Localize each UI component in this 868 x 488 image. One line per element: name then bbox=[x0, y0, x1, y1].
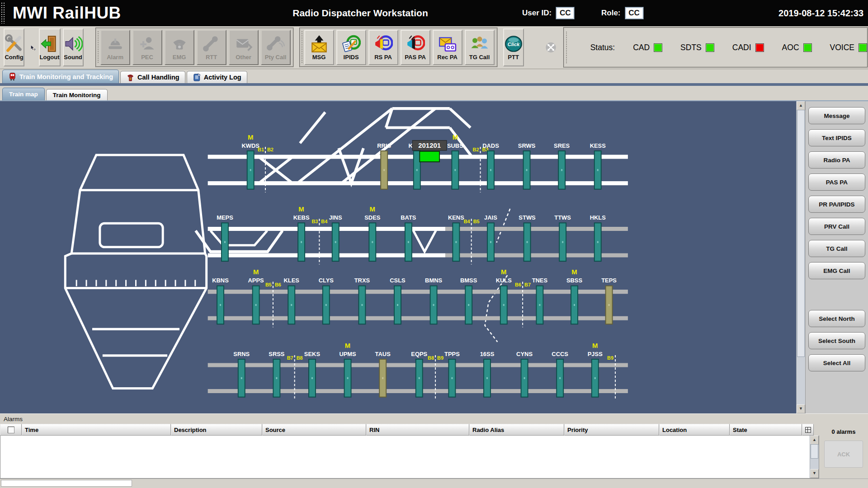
tab-label: Call Handling bbox=[137, 74, 179, 81]
station-name: STWS bbox=[519, 214, 536, 221]
station-dot bbox=[419, 377, 420, 379]
station-dot bbox=[524, 377, 525, 379]
pas-pa-button[interactable]: PAS PA bbox=[808, 174, 865, 191]
ptt-icon: Click bbox=[504, 34, 523, 53]
station-dot bbox=[326, 304, 327, 306]
emg-call-button[interactable]: EMG Call bbox=[808, 262, 865, 279]
msg-label: MSG bbox=[312, 54, 326, 61]
tab-call-handling[interactable]: Call Handling bbox=[120, 71, 185, 83]
patch-crossconnect-icon[interactable] bbox=[546, 34, 556, 61]
scroll-down-icon[interactable]: ▼ bbox=[810, 469, 819, 478]
pas-pa-label: PAS PA bbox=[405, 54, 425, 61]
column-header-state[interactable]: State bbox=[730, 424, 802, 436]
select-south-button[interactable]: Select South bbox=[808, 332, 865, 349]
radio-pa-button[interactable]: Radio PA bbox=[808, 151, 865, 169]
grid-icon bbox=[805, 427, 811, 433]
map-scrollbar[interactable]: ▲ ▼ bbox=[796, 101, 805, 413]
station-name: TTWS bbox=[554, 214, 571, 221]
alarms-scrollbar-thumb[interactable] bbox=[811, 444, 818, 459]
svg-text:B4: B4 bbox=[464, 219, 471, 224]
station-name: SRES bbox=[554, 142, 570, 149]
train-marker[interactable] bbox=[420, 151, 439, 162]
column-header-priority[interactable]: Priority bbox=[564, 424, 659, 436]
message-button[interactable]: Message bbox=[808, 107, 865, 124]
text-ipids-button[interactable]: Text IPIDS bbox=[808, 129, 865, 146]
status-name: CAD bbox=[633, 43, 650, 52]
map-scrollbar-thumb[interactable] bbox=[797, 110, 805, 357]
column-header-source[interactable]: Source bbox=[262, 424, 366, 436]
pas-pa-button[interactable]: PAS PA bbox=[401, 30, 430, 65]
station-dot bbox=[250, 169, 251, 171]
station-dot bbox=[291, 304, 292, 306]
scroll-down-icon[interactable]: ▼ bbox=[797, 404, 805, 413]
rec-pa-button[interactable]: Rec PA bbox=[433, 30, 462, 65]
station-dot bbox=[451, 377, 453, 379]
interchange-marker: M bbox=[345, 342, 350, 349]
station-dot bbox=[526, 169, 528, 171]
station-name: JINS bbox=[329, 214, 342, 221]
ipids-button[interactable]: IPIDS bbox=[336, 30, 366, 65]
tg-call-icon bbox=[470, 34, 489, 53]
station-name: SDES bbox=[364, 214, 381, 221]
column-header-location[interactable]: Location bbox=[659, 424, 730, 436]
station-dot bbox=[433, 304, 434, 306]
emg-button: EMG bbox=[165, 30, 194, 65]
tab-train-monitoring-tracking[interactable]: Train Monitoring and Tracking bbox=[2, 70, 119, 83]
scroll-up-icon[interactable]: ▲ bbox=[797, 101, 805, 110]
prv-call-button[interactable]: PRV Call bbox=[808, 218, 865, 235]
pec-icon bbox=[138, 34, 157, 53]
station-dot bbox=[220, 304, 221, 306]
checkbox-icon[interactable] bbox=[8, 427, 14, 433]
column-header-time[interactable]: Time bbox=[22, 424, 171, 436]
tg-call-button[interactable]: TG Call bbox=[808, 240, 865, 257]
status-indicator-voice: VOICE bbox=[830, 43, 867, 52]
column-header-rin[interactable]: RIN bbox=[366, 424, 469, 436]
pr-pa-ipids-button[interactable]: PR PA/IPIDS bbox=[808, 196, 865, 213]
station-dot bbox=[597, 169, 599, 171]
column-header-radio-alias[interactable]: Radio Alias bbox=[469, 424, 564, 436]
sound-button[interactable]: Sound bbox=[63, 28, 84, 66]
scroll-up-icon[interactable]: ▲ bbox=[810, 436, 819, 445]
train-id: 201201 bbox=[418, 141, 441, 149]
tab-label: Train Monitoring and Tracking bbox=[19, 73, 113, 80]
phone-icon bbox=[126, 73, 135, 82]
select-all-button[interactable]: Select All bbox=[808, 354, 865, 371]
column-options-button[interactable] bbox=[802, 424, 814, 436]
column-header-description[interactable]: Description bbox=[171, 424, 262, 436]
station-dot bbox=[301, 241, 302, 243]
ptt-button[interactable]: Click PTT bbox=[503, 28, 524, 66]
help-cursor-icon: ? bbox=[30, 34, 36, 61]
status-led bbox=[706, 43, 714, 52]
tg-call-button[interactable]: TG Call bbox=[465, 30, 495, 65]
msg-button[interactable]: MSG bbox=[304, 30, 334, 65]
rs-pa-button[interactable]: RS PA bbox=[368, 30, 398, 65]
station-name: SBSS bbox=[566, 277, 583, 284]
main-toolbar: Config ? Logout Sound AlarmPECEMGRTTOthe… bbox=[0, 26, 868, 69]
msg-icon bbox=[310, 34, 329, 53]
subtab-train-map[interactable]: Train map bbox=[2, 88, 45, 100]
svg-text:B6: B6 bbox=[275, 282, 281, 287]
station-name: MEPS bbox=[217, 214, 233, 221]
config-button[interactable]: Config bbox=[4, 28, 24, 66]
pas-pa-icon bbox=[406, 34, 425, 53]
emg-label: EMG bbox=[173, 54, 186, 61]
tab-activity-log[interactable]: Activity Log bbox=[187, 71, 247, 83]
select-north-button[interactable]: Select North bbox=[808, 310, 865, 327]
sound-label: Sound bbox=[64, 54, 82, 61]
station-name: EQPS bbox=[411, 351, 427, 357]
alarms-scrollbar[interactable]: ▲ ▼ bbox=[810, 436, 819, 478]
station-dot bbox=[468, 304, 469, 306]
rtt-label: RTT bbox=[206, 54, 217, 61]
svg-text:B6: B6 bbox=[515, 282, 521, 287]
svg-text:B5: B5 bbox=[265, 282, 272, 287]
status-indicators: CADSDTSCADIAOCVOICE bbox=[633, 43, 867, 52]
subtab-train-monitoring[interactable]: Train Monitoring bbox=[46, 89, 108, 100]
station-name: CCCS bbox=[552, 351, 568, 357]
select-all-alarms-checkbox[interactable] bbox=[0, 424, 22, 436]
logout-button[interactable]: Logout bbox=[39, 28, 61, 66]
train-icon bbox=[8, 72, 17, 81]
svg-text:B7: B7 bbox=[524, 282, 531, 287]
other-button: Other bbox=[229, 30, 259, 65]
pty-call-button: Pty Call bbox=[261, 30, 291, 65]
station-dot bbox=[539, 304, 540, 306]
